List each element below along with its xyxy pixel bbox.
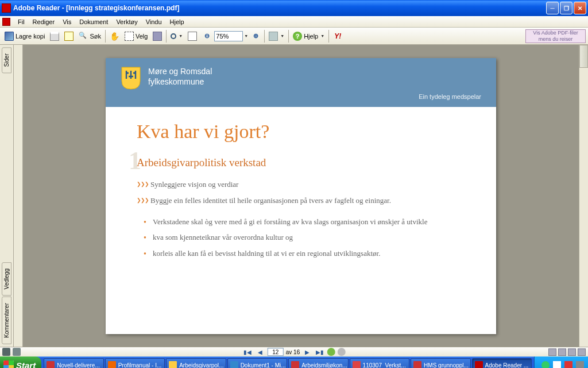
chevron-down-icon[interactable]: ▼ (244, 34, 248, 38)
cont-facing-view-button[interactable] (578, 348, 586, 356)
help-button[interactable]: ? Hjelp ▼ (291, 29, 327, 43)
app-icon (353, 361, 361, 368)
page-total-label: av 16 (286, 349, 300, 355)
search-button[interactable]: 🔍 Søk (76, 29, 103, 43)
task-item[interactable]: Profilmanual - I... (105, 358, 165, 368)
org-name: Møre og Romsdal fylkeskommune (148, 66, 212, 87)
select-label: Velg (136, 33, 148, 40)
list-item: Byggje ein felles identitet til heile or… (137, 195, 465, 206)
menu-edit[interactable]: Rediger (29, 17, 59, 26)
book-icon (269, 32, 278, 41)
app-icon (2, 3, 11, 13)
separator (288, 30, 289, 43)
select-tool-button[interactable]: Velg (122, 29, 150, 43)
single-page-view-button[interactable] (548, 348, 556, 356)
chevron-down-icon: ▼ (320, 34, 324, 38)
app-icon (108, 361, 116, 368)
text-select-icon (125, 32, 134, 41)
menu-tools[interactable]: Verktøy (112, 17, 141, 26)
list-item: korleis alle kan få ei bevisst haldning … (144, 248, 465, 259)
tray-icon[interactable] (564, 361, 572, 368)
zoom-out-minus-button[interactable]: ⊖ (200, 29, 214, 43)
promo-line2: mens du reiser (526, 36, 585, 42)
menu-help[interactable]: Hjelp (166, 17, 188, 26)
separator (105, 30, 106, 43)
org-line1: Møre og Romsdal (148, 66, 212, 76)
zoom-in-button[interactable]: ▼ (168, 29, 185, 43)
arrow-list: Synleggjere visjon og verdiar Byggje ein… (137, 179, 465, 206)
first-page-button[interactable]: ▮◀ (242, 348, 253, 356)
task-item-active[interactable]: Adobe Reader ... (472, 358, 532, 368)
document-viewport[interactable]: Møre og Romsdal fylkeskommune Ein tydele… (23, 45, 579, 347)
maximize-button[interactable]: ❐ (560, 2, 572, 14)
menu-document[interactable]: Dokument (75, 17, 112, 26)
reading-mode-button[interactable]: ▼ (266, 29, 287, 43)
menu-window[interactable]: Vindu (142, 17, 166, 26)
pdf-page: Møre og Romsdal fylkeskommune Ein tydele… (106, 58, 496, 334)
close-button[interactable]: ✕ (574, 2, 586, 14)
task-item[interactable]: HMS grunnoppl... (411, 358, 470, 368)
page-size-icon[interactable] (2, 348, 10, 356)
promo-banner[interactable]: Vis Adobe PDF-filer mens du reiser (525, 29, 586, 43)
last-page-button[interactable]: ▶▮ (315, 348, 325, 356)
scrollbar-vertical[interactable] (579, 45, 588, 347)
continuous-view-button[interactable] (558, 348, 566, 356)
tray-icon[interactable] (541, 361, 550, 368)
window-title: Adobe Reader - [Innlegg strategiskonfera… (13, 4, 546, 12)
page-actual-icon (188, 32, 197, 41)
zoom-actual-button[interactable] (185, 29, 199, 43)
task-item[interactable]: Arbeidsmiljøkon... (288, 358, 348, 368)
printer-icon (50, 32, 59, 41)
page-number-input[interactable] (268, 348, 284, 356)
svg-point-0 (127, 72, 129, 74)
menu-view[interactable]: Vis (59, 17, 75, 26)
app-icon (475, 361, 483, 368)
print-button[interactable] (48, 29, 61, 43)
system-tray: 19:09 (534, 356, 588, 368)
scroll-thumb[interactable] (579, 45, 588, 68)
task-item[interactable]: Dokument1 - Mi... (227, 358, 287, 368)
layout-icon[interactable] (13, 348, 21, 356)
toolbar: Lagre kopi 🔍 Søk ✋ Velg ▼ ⊖ ▼ ⊕ ▼ ? Hjel… (0, 28, 588, 45)
menu-bar: Fil Rediger Vis Dokument Verktøy Vindu H… (0, 16, 588, 28)
side-tabs: Sider Vedlegg Kommentarer (0, 45, 14, 347)
task-items: Novell-delivere... Profilmanual - I... A… (41, 356, 534, 368)
facing-view-button[interactable] (568, 348, 576, 356)
tab-pages[interactable]: Sider (2, 47, 11, 73)
separator (328, 30, 329, 43)
crest-icon (121, 66, 141, 90)
zoom-in-plus-button[interactable]: ⊕ (249, 29, 262, 43)
tray-icon[interactable] (553, 361, 561, 368)
yahoo-button[interactable]: Y! (331, 29, 345, 43)
dot-list: Verkstadene skal òg vere med å gi ei for… (144, 216, 465, 259)
next-page-button[interactable]: ▶ (302, 348, 312, 356)
snapshot-button[interactable] (150, 29, 164, 43)
start-button[interactable]: Start (0, 356, 41, 368)
save-copy-button[interactable]: Lagre kopi (2, 29, 47, 43)
nav-back-button[interactable] (338, 348, 346, 356)
view-mode-icons (548, 348, 586, 356)
slide-title: Kva har vi gjort? (137, 121, 465, 143)
hand-tool-button[interactable]: ✋ (107, 29, 122, 43)
list-item: Verkstadene skal òg vere med å gi ei for… (144, 216, 465, 228)
task-item[interactable]: Arbeidsgivarpol... (166, 358, 226, 368)
tab-comments[interactable]: Kommentarer (2, 297, 11, 344)
app-icon (47, 361, 55, 368)
binoculars-icon: 🔍 (79, 32, 88, 41)
subtitle: Arbeidsgivarpolitisk verkstad (137, 156, 266, 168)
email-button[interactable] (62, 29, 76, 43)
task-item[interactable]: 110307_Verkst... (350, 358, 409, 368)
task-item[interactable]: Novell-delivere... (44, 358, 103, 368)
menu-file[interactable]: Fil (14, 17, 29, 26)
prev-page-button[interactable]: ◀ (255, 348, 265, 356)
tray-icon[interactable] (576, 361, 584, 368)
minimize-button[interactable]: ─ (546, 2, 559, 14)
windows-flag-icon (3, 361, 14, 368)
app-icon (413, 361, 421, 368)
window-controls: ─ ❐ ✕ (546, 2, 586, 14)
status-bar: ▮◀ ◀ av 16 ▶ ▶▮ (0, 347, 588, 356)
zoom-combo[interactable] (214, 31, 243, 41)
yahoo-icon: Y! (334, 32, 341, 40)
tab-attachments[interactable]: Vedlegg (2, 262, 11, 296)
nav-forward-button[interactable] (327, 348, 335, 356)
